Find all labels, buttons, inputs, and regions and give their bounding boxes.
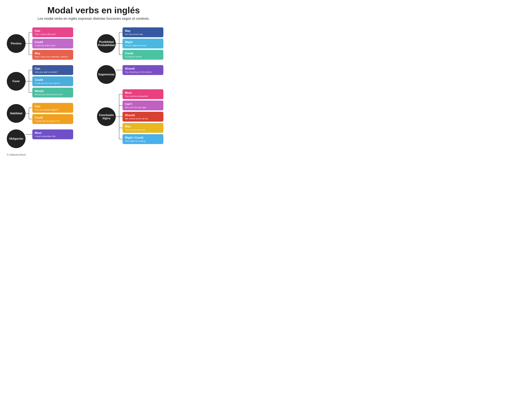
cards-conclusion: MustYou must be exhausted.Can'tShe can't… <box>122 89 163 144</box>
card-could-favor: CouldCould you do me a favor? <box>32 76 73 86</box>
card-cant-conclusion: Can'tShe can't be that age! <box>122 101 163 110</box>
left-column: PermisoCanCan I come with you?CouldCould… <box>7 27 90 148</box>
card-title-can-habilidad: Can <box>35 105 71 108</box>
card-should-conclusion: ShouldWe should arrive by ten. <box>122 112 163 122</box>
card-would-favor: WouldWould you send this for me? <box>32 88 73 97</box>
card-title-could-posibilidad: Could <box>125 52 161 55</box>
circle-favor: Favor <box>7 72 26 91</box>
card-example-might-posibilidad: Prices might increase. <box>125 44 161 47</box>
card-example-must-obligacion: I must remember this. <box>35 135 71 138</box>
card-example-can-favor: Can you wait a minute? <box>35 71 71 73</box>
card-should-sugerencias: ShouldYou should go to the doctor. <box>122 65 163 75</box>
cards-habilidad: CanCan you speak English?CouldI could pl… <box>32 103 73 124</box>
card-example-can-permiso: Can I come with you? <box>35 33 71 35</box>
card-may-posibilidad: MayHe may arrive late. <box>122 27 163 37</box>
circle-posibilidad: Posibilidad Probabilidad <box>97 34 116 53</box>
group-conclusion: Conclusión lógicaMustYou must be exhaust… <box>97 89 180 144</box>
connector-lines-conclusion <box>116 89 122 144</box>
card-title-mightcould-conclusion: Might / Could <box>125 136 161 139</box>
connector-lines-obligacion <box>26 129 32 139</box>
connector-lines-posibilidad <box>116 27 122 60</box>
connector-lines-sugerencias <box>116 65 122 75</box>
card-example-must-conclusion: You must be exhausted. <box>125 95 161 97</box>
circle-permiso: Permiso <box>7 34 26 53</box>
card-example-may-conclusion: This may be the end. <box>125 128 161 131</box>
diagram-container: PermisoCanCan I come with you?CouldCould… <box>7 27 180 148</box>
card-can-habilidad: CanCan you speak English? <box>32 103 73 113</box>
card-title-should-sugerencias: Should <box>125 67 161 70</box>
cards-sugerencias: ShouldYou should go to the doctor. <box>122 65 163 75</box>
card-example-would-favor: Would you send this for me? <box>35 93 71 96</box>
group-habilidad: HabilidadCanCan you speak English?CouldI… <box>7 103 90 124</box>
cards-permiso: CanCan I come with you?CouldCould we ord… <box>32 27 73 60</box>
card-may-permiso: MayMay I have your attention, please? <box>32 50 73 60</box>
card-must-conclusion: MustYou must be exhausted. <box>122 89 163 99</box>
card-title-can-permiso: Can <box>35 29 71 33</box>
group-posibilidad: Posibilidad ProbabilidadMayHe may arrive… <box>97 27 180 60</box>
card-might-posibilidad: MightPrices might increase. <box>122 39 163 49</box>
card-title-may-posibilidad: May <box>125 29 161 33</box>
circle-habilidad: Habilidad <box>7 104 26 123</box>
page-subtitle: Los modal verbs en inglés expresan disti… <box>7 17 180 21</box>
group-obligacion: ObligaciónMustI must remember this. <box>7 129 90 148</box>
card-could-habilidad: CouldI could play the piano at 5. <box>32 114 73 124</box>
group-sugerencias: SugerenciasShouldYou should go to the do… <box>97 65 180 84</box>
card-title-can-favor: Can <box>35 67 71 70</box>
cards-posibilidad: MayHe may arrive late.MightPrices might … <box>122 27 163 60</box>
card-title-must-conclusion: Must <box>125 91 161 94</box>
card-can-favor: CanCan you wait a minute? <box>32 65 73 75</box>
circle-sugerencias: Sugerencias <box>97 65 116 84</box>
group-permiso: PermisoCanCan I come with you?CouldCould… <box>7 27 90 60</box>
card-title-should-conclusion: Should <box>125 114 161 117</box>
circle-obligacion: Obligación <box>7 129 26 148</box>
card-title-would-favor: Would <box>35 89 71 93</box>
card-title-could-favor: Could <box>35 78 71 82</box>
card-mightcould-conclusion: Might / CouldShe might be resting. <box>122 134 163 144</box>
card-example-can-habilidad: Can you speak English? <box>35 109 71 111</box>
card-title-cant-conclusion: Can't <box>125 102 161 106</box>
card-title-may-conclusion: May <box>125 125 161 128</box>
connector-lines-permiso <box>26 27 32 60</box>
card-could-permiso: CouldCould we order now? <box>32 39 73 49</box>
card-may-conclusion: MayThis may be the end. <box>122 123 163 133</box>
group-favor: FavorCanCan you wait a minute?CouldCould… <box>7 65 90 97</box>
right-column: Posibilidad ProbabilidadMayHe may arrive… <box>97 27 180 148</box>
card-example-may-permiso: May I have your attention, please? <box>35 55 71 58</box>
card-title-could-habilidad: Could <box>35 116 71 119</box>
card-example-should-sugerencias: You should go to the doctor. <box>125 71 161 73</box>
card-title-may-permiso: May <box>35 52 71 55</box>
card-example-should-conclusion: We should arrive by ten. <box>125 117 161 120</box>
card-example-may-posibilidad: He may arrive late. <box>125 33 161 35</box>
cards-favor: CanCan you wait a minute?CouldCould you … <box>32 65 73 97</box>
card-example-could-posibilidad: It could be worse. <box>125 55 161 58</box>
card-title-must-obligacion: Must <box>35 131 71 135</box>
card-title-could-permiso: Could <box>35 41 71 44</box>
connector-lines-habilidad <box>26 103 32 124</box>
card-must-obligacion: MustI must remember this. <box>32 129 73 139</box>
cards-obligacion: MustI must remember this. <box>32 129 73 139</box>
footer: © Editorial Etecé <box>7 153 180 156</box>
card-example-could-habilidad: I could play the piano at 5. <box>35 120 71 122</box>
card-could-posibilidad: CouldIt could be worse. <box>122 50 163 60</box>
circle-conclusion: Conclusión lógica <box>97 107 116 126</box>
card-example-could-permiso: Could we order now? <box>35 44 71 47</box>
card-title-might-posibilidad: Might <box>125 41 161 44</box>
connector-lines-favor <box>26 65 32 97</box>
card-can-permiso: CanCan I come with you? <box>32 27 73 37</box>
card-example-cant-conclusion: She can't be that age! <box>125 106 161 109</box>
card-example-mightcould-conclusion: She might be resting. <box>125 140 161 142</box>
card-example-could-favor: Could you do me a favor? <box>35 82 71 85</box>
page-title: Modal verbs en inglés <box>7 5 180 15</box>
